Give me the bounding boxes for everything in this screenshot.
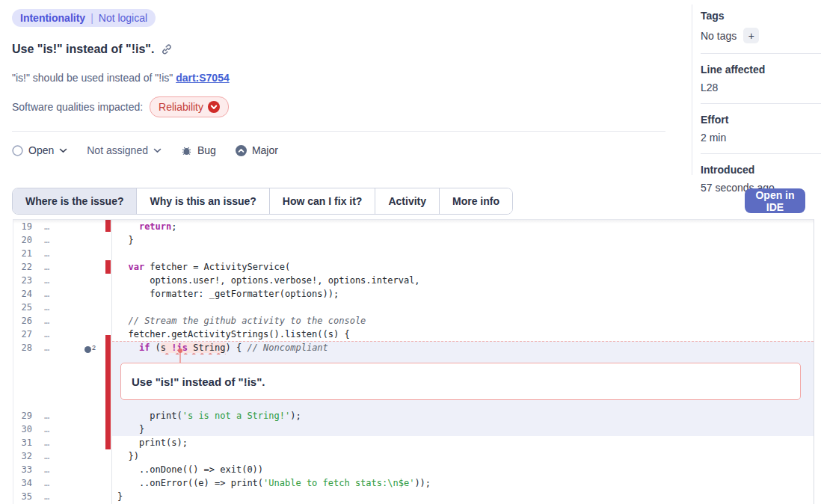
- code-viewer: 19… return;20… }21…22… var fetcher = Act…: [13, 219, 814, 504]
- code-line: 27… fetcher.getActivityStrings().listen(…: [13, 328, 814, 341]
- line-number[interactable]: 29: [13, 409, 32, 422]
- assignee-dropdown[interactable]: Not assigned: [87, 144, 162, 156]
- code-line: 32… }): [13, 449, 814, 463]
- code-line: 30… }: [13, 422, 814, 436]
- issue-highlight-range: s !is String: [161, 342, 226, 353]
- code-text: return;: [117, 220, 177, 233]
- status-dropdown[interactable]: Open: [12, 144, 67, 156]
- code-line: 35…}: [13, 490, 814, 503]
- scm-info[interactable]: …: [44, 463, 50, 476]
- tab-where-is-the-issue[interactable]: Where is the issue?: [13, 188, 137, 214]
- issue-header: Intentionality | Not logical Use "is!" i…: [12, 0, 665, 156]
- code-text: ..onError((e) => print('Unable to fetch …: [117, 476, 431, 490]
- scm-info[interactable]: …: [44, 274, 50, 287]
- quality-badge-label: Reliability: [159, 101, 203, 113]
- code-line: 19… return;: [13, 220, 814, 233]
- tab-how-can-i-fix-it[interactable]: How can I fix it?: [270, 188, 376, 214]
- line-number[interactable]: 28: [13, 341, 32, 354]
- code-line: 21…: [13, 247, 814, 260]
- line-number[interactable]: 31: [13, 436, 32, 449]
- code-line: 26… // Stream the github activity to the…: [13, 314, 814, 328]
- line-number[interactable]: 27: [13, 328, 32, 341]
- assignee-label: Not assigned: [87, 144, 148, 156]
- line-number[interactable]: 24: [13, 287, 32, 301]
- line-number[interactable]: 19: [13, 220, 32, 233]
- comment-count: 2: [92, 341, 96, 354]
- line-number[interactable]: 32: [13, 449, 32, 463]
- issue-message-block: Use "is!" instead of "!is".: [13, 354, 814, 409]
- attribute-label: Not logical: [99, 12, 147, 24]
- scm-info[interactable]: …: [44, 409, 50, 422]
- add-tag-button[interactable]: +: [743, 28, 759, 43]
- scm-info[interactable]: …: [44, 341, 50, 354]
- line-number[interactable]: 23: [13, 274, 32, 287]
- line-number[interactable]: 26: [13, 314, 32, 328]
- scm-info[interactable]: …: [44, 247, 50, 260]
- line-number[interactable]: 35: [13, 490, 32, 503]
- scm-info[interactable]: …: [44, 314, 50, 328]
- scm-info[interactable]: …: [44, 328, 50, 341]
- line-number[interactable]: 22: [13, 260, 32, 274]
- tab-more-info[interactable]: More info: [440, 188, 512, 214]
- line-number[interactable]: 20: [13, 233, 32, 247]
- open-in-ide-button[interactable]: Open in IDE: [745, 188, 805, 213]
- scm-info[interactable]: …: [44, 476, 50, 490]
- line-number[interactable]: 34: [13, 476, 32, 490]
- status-open-icon: [12, 145, 23, 156]
- scm-info[interactable]: …: [44, 233, 50, 247]
- issue-message-box[interactable]: Use "is!" instead of "!is".: [120, 363, 801, 400]
- header-divider: [12, 131, 665, 132]
- issue-connector-line: [179, 351, 181, 363]
- line-number[interactable]: 21: [13, 247, 32, 260]
- code-text: // Stream the github activity to the con…: [117, 314, 366, 328]
- code-line: 20… }: [13, 233, 814, 247]
- issue-gutter-bar: [105, 220, 111, 232]
- tags-title: Tags: [701, 10, 821, 22]
- issue-detail-page: Intentionality | Not logical Use "is!" i…: [0, 0, 821, 504]
- issue-title: Use "is!" instead of "!is".: [12, 43, 154, 56]
- scm-info[interactable]: …: [44, 260, 50, 274]
- code-line: 24… formatter: _getFormatter(options));: [13, 287, 814, 301]
- code-line: 23… options.user!, options.verbose!, opt…: [13, 274, 814, 287]
- tab-why-is-this-an-issue[interactable]: Why is this an issue?: [137, 188, 269, 214]
- sidebar-divider: [692, 4, 692, 175]
- code-line: 33… ..onDone(() => exit(0)): [13, 463, 814, 476]
- code-text: ..onDone(() => exit(0)): [117, 463, 263, 476]
- gutter-divider: [111, 220, 112, 504]
- code-text: }): [117, 449, 139, 463]
- bug-icon: [181, 145, 192, 156]
- code-text: }: [117, 422, 144, 436]
- severity-major-icon: [236, 145, 247, 156]
- code-text: formatter: _getFormatter(options));: [117, 287, 339, 301]
- line-number[interactable]: 25: [13, 301, 32, 314]
- code-line: 25…: [13, 301, 814, 314]
- scm-info[interactable]: …: [44, 436, 50, 449]
- issue-gutter-bar: [105, 335, 111, 436]
- code-text: }: [117, 233, 134, 247]
- tags-value: No tags: [701, 30, 737, 42]
- code-text: options.user!, options.verbose!, options…: [117, 274, 420, 287]
- code-text: fetcher.getActivityStrings().listen((s) …: [117, 328, 350, 341]
- scm-info[interactable]: …: [44, 301, 50, 314]
- issue-gutter-bar: [105, 260, 111, 274]
- sidebar-rule: [701, 53, 821, 54]
- scm-info[interactable]: …: [44, 449, 50, 463]
- scm-info[interactable]: …: [44, 287, 50, 301]
- permalink-icon[interactable]: [161, 43, 173, 55]
- tab-activity[interactable]: Activity: [375, 188, 440, 214]
- rule-key-link[interactable]: dart:S7054: [176, 72, 230, 84]
- scm-info[interactable]: …: [44, 422, 50, 436]
- line-number[interactable]: 30: [13, 422, 32, 436]
- issue-sidebar: Tags No tags + Line affected L28 Effort …: [701, 0, 821, 194]
- badge-separator: |: [90, 12, 93, 24]
- code-text: print(s);: [117, 436, 188, 449]
- code-text: print('s is not a String!');: [117, 409, 301, 422]
- code-lines: 19… return;20… }21…22… var fetcher = Act…: [13, 220, 814, 503]
- attribute-category: Intentionality: [20, 12, 85, 24]
- introduced-title: Introduced: [701, 164, 821, 176]
- clean-code-attribute-badge: Intentionality | Not logical: [12, 9, 156, 27]
- scm-info[interactable]: …: [44, 220, 50, 233]
- line-affected-value: L28: [701, 82, 821, 93]
- scm-info[interactable]: …: [44, 490, 50, 503]
- line-number[interactable]: 33: [13, 463, 32, 476]
